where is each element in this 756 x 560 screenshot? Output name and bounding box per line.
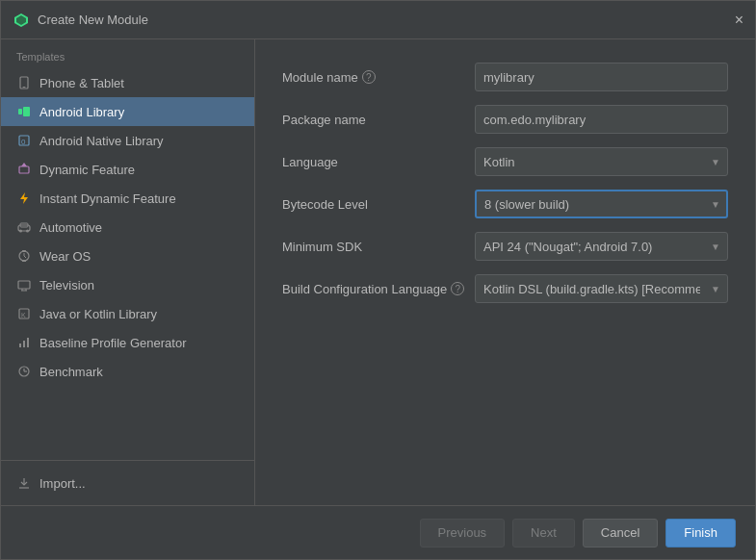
import-icon: [16, 475, 32, 491]
sidebar-item-android-library-label: Android Library: [39, 105, 124, 119]
java-kotlin-icon: K: [16, 306, 32, 321]
sidebar-item-automotive-label: Automotive: [39, 220, 102, 235]
footer: Previous Next Cancel Finish: [1, 505, 755, 559]
native-lib-icon: 0: [16, 133, 32, 148]
bytecode-label: Bytecode Level: [282, 197, 475, 212]
module-name-label: Module name ?: [282, 70, 475, 85]
sidebar-item-automotive[interactable]: Automotive: [1, 213, 254, 242]
android-lib-icon: [16, 104, 32, 119]
bytecode-select[interactable]: 8 (slower build) 11 17: [475, 190, 728, 218]
main-panel: Module name ? Package name Language: [255, 39, 755, 505]
svg-rect-26: [19, 344, 21, 347]
sidebar-item-instant-dynamic-label: Instant Dynamic Feature: [39, 191, 176, 206]
build-config-label: Build Configuration Language ?: [282, 282, 475, 296]
finish-button[interactable]: Finish: [665, 519, 736, 547]
window-title: Create New Module: [38, 13, 148, 27]
svg-text:0: 0: [21, 138, 26, 146]
sidebar-item-android-library[interactable]: Android Library: [1, 97, 254, 126]
language-select-wrapper: Kotlin Java ▼: [475, 147, 728, 176]
sidebar-item-television[interactable]: Television: [1, 270, 254, 299]
sidebar-item-baseline-profile[interactable]: Baseline Profile Generator: [1, 328, 254, 357]
import-label: Import...: [39, 476, 86, 491]
minimum-sdk-group: Minimum SDK API 24 ("Nougat"; Android 7.…: [282, 232, 728, 261]
baseline-profile-icon: [16, 335, 32, 350]
sidebar-item-android-native-label: Android Native Library: [39, 134, 164, 148]
sidebar: Templates Phone & Tablet Android Library: [1, 39, 255, 505]
import-section: Import...: [1, 460, 254, 505]
sidebar-item-phone-tablet-label: Phone & Tablet: [39, 76, 124, 90]
sidebar-item-wear-os[interactable]: Wear OS: [1, 242, 254, 270]
svg-rect-17: [22, 260, 26, 262]
build-config-group: Build Configuration Language ? Kotlin DS…: [282, 274, 728, 303]
sidebar-item-phone-tablet[interactable]: Phone & Tablet: [1, 68, 254, 97]
sidebar-item-dynamic-feature[interactable]: Dynamic Feature: [1, 155, 254, 184]
svg-rect-3: [23, 87, 26, 88]
minimum-sdk-select[interactable]: API 24 ("Nougat"; Android 7.0) API 21 AP…: [475, 232, 728, 261]
minimum-sdk-label: Minimum SDK: [282, 240, 475, 254]
module-name-help-icon[interactable]: ?: [362, 70, 376, 84]
svg-rect-27: [23, 341, 25, 347]
language-group: Language Kotlin Java ▼: [282, 147, 728, 176]
next-button[interactable]: Next: [512, 519, 575, 547]
sidebar-item-benchmark-label: Benchmark: [39, 365, 103, 379]
close-button[interactable]: ×: [735, 13, 743, 28]
package-name-group: Package name: [282, 105, 728, 134]
phone-icon: [16, 75, 32, 90]
minimum-sdk-select-wrapper: API 24 ("Nougat"; Android 7.0) API 21 AP…: [475, 232, 728, 261]
templates-label: Templates: [1, 39, 254, 68]
content-area: Templates Phone & Tablet Android Library: [1, 39, 755, 505]
svg-line-19: [24, 256, 26, 258]
sidebar-item-android-native[interactable]: 0 Android Native Library: [1, 126, 254, 155]
svg-rect-16: [22, 250, 26, 252]
sidebar-item-java-kotlin-label: Java or Kotlin Library: [39, 307, 157, 321]
package-name-label: Package name: [282, 113, 475, 127]
module-name-input[interactable]: [475, 63, 728, 91]
automotive-icon: [16, 219, 32, 235]
window: Create New Module × Templates Phone & Ta…: [0, 0, 756, 560]
svg-rect-4: [18, 109, 22, 115]
titlebar: Create New Module ×: [1, 1, 755, 39]
sidebar-item-dynamic-feature-label: Dynamic Feature: [39, 163, 135, 177]
sidebar-item-baseline-profile-label: Baseline Profile Generator: [39, 336, 186, 350]
svg-point-13: [19, 230, 22, 233]
previous-button[interactable]: Previous: [420, 519, 506, 547]
svg-rect-28: [27, 338, 29, 347]
sidebar-item-instant-dynamic[interactable]: Instant Dynamic Feature: [1, 184, 254, 213]
build-config-help-icon[interactable]: ?: [451, 282, 464, 295]
instant-dynamic-icon: [16, 191, 32, 206]
app-icon: [13, 12, 30, 29]
svg-marker-10: [20, 192, 28, 204]
build-config-select-wrapper: Kotlin DSL (build.gradle.kts) [Recommend…: [475, 274, 728, 303]
svg-rect-8: [19, 166, 29, 173]
language-label: Language: [282, 155, 475, 169]
svg-point-14: [26, 230, 29, 233]
svg-text:K: K: [21, 312, 26, 318]
svg-rect-20: [18, 281, 30, 289]
sidebar-item-wear-os-label: Wear OS: [39, 249, 91, 264]
module-name-group: Module name ?: [282, 63, 728, 91]
svg-rect-5: [23, 107, 30, 116]
package-name-input[interactable]: [475, 105, 728, 134]
sidebar-item-television-label: Television: [39, 278, 94, 293]
dynamic-feature-icon: [16, 162, 32, 177]
wear-os-icon: [16, 248, 32, 264]
sidebar-item-import[interactable]: Import...: [1, 469, 254, 497]
sidebar-item-benchmark[interactable]: Benchmark: [1, 357, 254, 386]
svg-marker-9: [21, 163, 27, 166]
language-select[interactable]: Kotlin Java: [475, 147, 728, 176]
cancel-button[interactable]: Cancel: [583, 519, 658, 547]
television-icon: [16, 277, 32, 293]
benchmark-icon: [16, 364, 32, 379]
sidebar-item-java-kotlin[interactable]: K Java or Kotlin Library: [1, 299, 254, 328]
bytecode-group: Bytecode Level 8 (slower build) 11 17 ▼: [282, 190, 728, 218]
build-config-select[interactable]: Kotlin DSL (build.gradle.kts) [Recommend…: [475, 274, 728, 303]
bytecode-select-wrapper: 8 (slower build) 11 17 ▼: [475, 190, 728, 218]
